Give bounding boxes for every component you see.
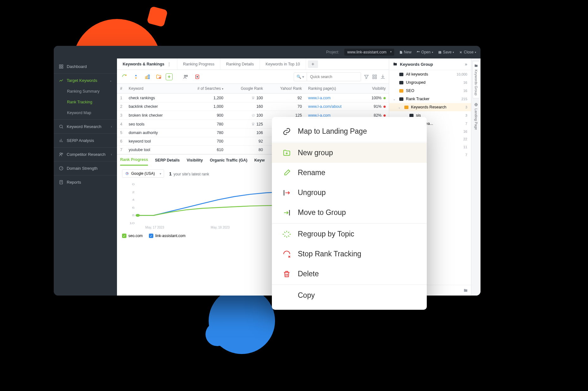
tool-update-icon[interactable] xyxy=(132,72,140,81)
titlebar-save[interactable]: Save▾ xyxy=(438,50,454,54)
tool-tag-icon[interactable] xyxy=(193,72,202,81)
row-searches: 900 xyxy=(182,111,227,120)
group-label: All keywords xyxy=(406,72,428,76)
ctx-regroup-by-topic[interactable]: Regroup by Topic xyxy=(272,224,427,244)
row-keyword: broken link checker xyxy=(126,111,182,120)
titlebar-new[interactable]: New xyxy=(399,50,412,54)
keyword-group-item[interactable]: ⌄Keywords Research3 xyxy=(389,103,471,111)
sparkle-icon xyxy=(283,230,291,238)
legend-link-assistant[interactable]: ✓link-assistant.com xyxy=(149,234,185,238)
row-google-rank: 106 xyxy=(227,129,266,137)
vtab-landing-page[interactable]: Landing Page xyxy=(473,100,479,132)
sidebar-item-keyword-research[interactable]: Keyword Research › xyxy=(54,121,117,132)
ctx-map-to-landing-page[interactable]: Map to Landing Page xyxy=(272,121,427,141)
users-icon xyxy=(59,152,64,157)
sidebar-item-competitor-research[interactable]: Competitor Research › xyxy=(54,149,117,160)
document-icon xyxy=(59,180,64,185)
keyword-group-item[interactable]: Ungrouped16 xyxy=(389,78,471,87)
ranking-page-link[interactable]: www.l-a.com xyxy=(308,96,331,100)
sidebar-item-reports[interactable]: Reports xyxy=(54,177,117,188)
sidebar-item-keyword-map[interactable]: Keyword Map xyxy=(54,107,117,118)
detail-tab-keyword[interactable]: Keyw xyxy=(254,155,265,166)
vtab-keywords-group[interactable]: Keywords Group xyxy=(473,61,479,98)
search-engine-select[interactable]: Google (USA) xyxy=(122,169,164,178)
group-count: 16 xyxy=(463,81,467,84)
project-select[interactable]: www.link-assistant.com xyxy=(344,49,394,56)
ctx-move-to-group[interactable]: Move to Group xyxy=(272,203,427,223)
svg-line-5 xyxy=(62,127,63,128)
titlebar-close[interactable]: Close▾ xyxy=(459,50,476,54)
checkbox-icon: ✓ xyxy=(122,234,126,238)
sidebar-item-serp-analysis[interactable]: SERP Analysis xyxy=(54,135,117,146)
col-ranking-pages[interactable]: Ranking page(s) xyxy=(305,84,360,94)
tab-add-button[interactable]: + xyxy=(308,60,318,68)
tab-keywords-rankings[interactable]: Keywords & Rankings⋮ xyxy=(117,58,177,70)
detail-tab-visibility[interactable]: Visibility xyxy=(187,155,203,166)
sidebar-item-dashboard[interactable]: Dashboard xyxy=(54,61,117,72)
export-icon[interactable] xyxy=(380,74,386,80)
row-google-rank: ⊘ 100 xyxy=(227,111,266,120)
group-count: 7 xyxy=(465,153,467,157)
ctx-new-group[interactable]: New group xyxy=(272,143,427,163)
search-input[interactable] xyxy=(307,75,361,79)
filter-icon[interactable] xyxy=(364,74,369,80)
keyword-group-item[interactable]: All keywords10,000 xyxy=(389,70,471,78)
svg-rect-3 xyxy=(62,67,63,68)
svg-point-20 xyxy=(186,75,188,76)
svg-text:4: 4 xyxy=(132,198,134,202)
tool-folder-icon[interactable] xyxy=(154,72,163,81)
ranking-page-link[interactable]: www.l-a.com/about xyxy=(308,104,342,109)
keyword-group-item[interactable]: ⌄Rank Tracker215 xyxy=(389,95,471,103)
ctx-copy[interactable]: Copy xyxy=(272,285,427,305)
tool-add-button[interactable]: + xyxy=(166,73,173,80)
col-visibility[interactable]: Visibility xyxy=(360,84,389,94)
ctx-rename[interactable]: Rename xyxy=(272,163,427,183)
tool-schedule-icon[interactable] xyxy=(143,72,152,81)
context-menu: Map to Landing Page New group Rename Ung… xyxy=(272,117,427,310)
sidebar-item-ranking-summary[interactable]: Ranking Summary xyxy=(54,86,117,97)
row-visibility: 100% xyxy=(360,94,389,102)
group-count: 7 xyxy=(465,122,467,125)
collapse-panel-icon[interactable]: » xyxy=(465,62,467,67)
search-mode-toggle[interactable]: 🔍 ▾ xyxy=(294,73,307,81)
col-num[interactable]: # xyxy=(117,84,126,94)
tool-refresh-icon[interactable] xyxy=(120,72,129,81)
detail-tab-organic-traffic[interactable]: Organic Traffic (GA) xyxy=(210,155,248,166)
detail-tab-rank-progress[interactable]: Rank Progress xyxy=(120,155,148,166)
row-num: 7 xyxy=(117,146,126,154)
sidebar-item-target-keywords[interactable]: Target Keywords ⌄ xyxy=(54,75,117,86)
row-yahoo-rank: 92 xyxy=(266,94,305,102)
chevron-down-icon[interactable]: ⌄ xyxy=(398,106,402,109)
sidebar-item-domain-strength[interactable]: Domain Strength xyxy=(54,163,117,174)
sidebar-item-rank-tracking[interactable]: Rank Tracking xyxy=(54,97,117,107)
ctx-stop-rank-tracking[interactable]: Stop Rank Tracking xyxy=(272,244,427,264)
folder-icon[interactable] xyxy=(463,288,468,293)
ctx-ungroup[interactable]: Ungroup xyxy=(272,183,427,203)
tab-keywords-top10[interactable]: Keywords in Top 10 xyxy=(260,58,306,70)
detail-tab-serp-details[interactable]: SERP Details xyxy=(155,155,180,166)
chevron-down-icon: ⌄ xyxy=(109,79,112,82)
tab-menu-icon[interactable]: ⋮ xyxy=(167,62,171,67)
legend-seo-com[interactable]: ✓seo.com xyxy=(122,234,143,238)
chevron-down-icon[interactable]: ⌄ xyxy=(393,97,397,101)
tab-ranking-progress[interactable]: Ranking Progress xyxy=(177,58,220,70)
table-row[interactable]: 2backlink checker1,00016070www.l-a.com/a… xyxy=(117,102,389,111)
checkbox-icon: ✓ xyxy=(149,234,153,238)
table-row[interactable]: 1check rankings1,200♛ 10092www.l-a.com10… xyxy=(117,94,389,102)
svg-rect-25 xyxy=(373,77,374,79)
sidebar: Dashboard Target Keywords ⌄ Ranking Summ… xyxy=(54,58,117,296)
project-label: Project: xyxy=(326,50,339,54)
col-yahoo-rank[interactable]: Yahoo! Rank xyxy=(266,84,305,94)
tab-ranking-details[interactable]: Ranking Details xyxy=(220,58,260,70)
group-count: 16 xyxy=(463,130,467,133)
grid-icon[interactable] xyxy=(372,74,377,80)
chevron-right-icon: › xyxy=(111,125,112,128)
strike-icon: ⊘ xyxy=(252,113,255,118)
col-searches[interactable]: # of Searches▾ xyxy=(182,84,227,94)
titlebar-open[interactable]: Open▾ xyxy=(417,50,433,54)
ctx-delete[interactable]: Delete xyxy=(272,264,427,284)
col-google-rank[interactable]: Google Rank xyxy=(227,84,266,94)
keyword-group-item[interactable]: SEO16 xyxy=(389,87,471,95)
col-keyword[interactable]: Keyword xyxy=(126,84,182,94)
tool-users-icon[interactable] xyxy=(181,72,190,81)
